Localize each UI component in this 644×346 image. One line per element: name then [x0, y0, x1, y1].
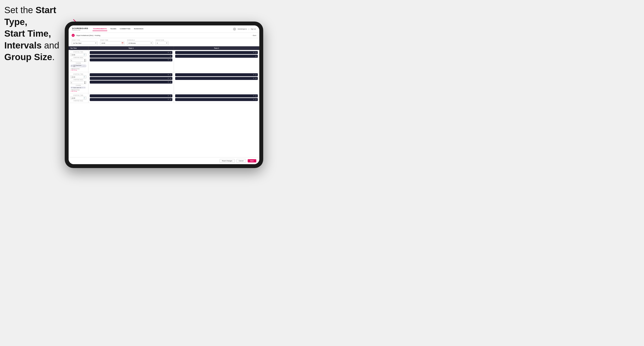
table-footer: Reset Changes Cancel Save	[68, 157, 259, 164]
player-add-btn[interactable]: ⊕	[255, 52, 257, 54]
player-remove-btn[interactable]: ✕	[168, 95, 169, 97]
player-row: ✕ ⊕	[175, 77, 258, 80]
player-remove-btn[interactable]: ✕	[168, 52, 169, 53]
player-add-btn[interactable]: ⊕	[255, 78, 257, 79]
back-link[interactable]: ‹ Back	[252, 35, 256, 36]
tee-time-cell-1: STARTING TIME: 10:00 🕙 STARTING HOLE: 1 …	[68, 50, 88, 72]
player-remove-btn[interactable]: ✕	[168, 74, 169, 76]
team2-cell-1: ✕ ⊕ ⊕	[174, 50, 259, 72]
course-remove-1[interactable]: ✕	[83, 65, 84, 67]
instruction-text: Set the Start Type, Start Time, Interval…	[4, 4, 73, 63]
group-size-label: Group Size	[156, 39, 168, 41]
player-remove-btn[interactable]: ✕	[253, 95, 254, 97]
player-add-btn[interactable]: ⊕	[255, 55, 257, 57]
nav-tabs: TOURNAMENTS TEAMS COMMITTEE RANKINGS	[92, 27, 233, 31]
table-header: Tee Time Team 1 Team 2	[68, 46, 259, 50]
starting-time-input-3[interactable]: 10:20 🕙	[70, 97, 86, 100]
starting-time-input-2[interactable]: 10:10 🕙	[70, 75, 86, 78]
player-add-btn[interactable]: ⊕	[170, 81, 171, 83]
course-pill-2: 🏳 East Lake GC ✕ ✎	[70, 87, 86, 89]
player-row: ✕ ⊕	[175, 51, 258, 54]
course-edit-1[interactable]: ✎	[84, 65, 86, 67]
player-add-btn[interactable]: ⊕	[255, 95, 257, 97]
team1-cell-2: ✕ ⊕ ✕ ⊕ ✕ ⊕	[88, 72, 174, 93]
player-remove-btn[interactable]: ✕	[253, 52, 254, 53]
group-size-select[interactable]: 3	[156, 41, 168, 45]
player-remove-btn[interactable]: ✕	[168, 78, 169, 79]
logo-sub: Powered by clipp	[72, 29, 88, 31]
tablet-screen: SCOREBOARD Powered by clipp TOURNAMENTS …	[68, 25, 259, 164]
player-add-btn[interactable]: ⊕	[170, 74, 171, 76]
player-row: ✕ ⊕	[90, 94, 172, 97]
start-type-select[interactable]: 1st Tee Start	[72, 41, 98, 45]
table-container: Tee Time Team 1 Team 2 STARTING TIME: 10…	[68, 46, 259, 157]
nav-tab-teams[interactable]: TEAMS	[110, 27, 117, 31]
nav-bar: SCOREBOARD Powered by clipp TOURNAMENTS …	[68, 25, 259, 33]
player-add-btn[interactable]: ⊕	[255, 74, 257, 76]
nav-tab-committee[interactable]: COMMITTEE	[119, 27, 131, 31]
starting-hole-select-1[interactable]: 1 ▲▼	[70, 59, 86, 62]
course-pill-1: 🏳 (A) Peachtree GC ✕ ✎	[70, 64, 86, 67]
player-remove-btn[interactable]: ✕	[253, 78, 254, 79]
course-flag-1: 🏳	[72, 65, 73, 67]
tee-time-cell-3: STARTING TIME: 10:20 🕙 STARTING HOLE:	[68, 93, 88, 103]
player-row: ⊕	[175, 55, 258, 58]
player-row: ⊕	[90, 55, 172, 58]
player-add-btn[interactable]: ⊕	[170, 55, 171, 57]
th-team2: Team 2	[174, 46, 259, 50]
start-type-label: Start Type	[72, 39, 98, 41]
starting-hole-label-3: STARTING HOLE:	[70, 100, 86, 101]
intervals-select[interactable]: 10 Minutes	[127, 41, 153, 45]
player-remove-btn[interactable]: ✕	[168, 99, 169, 100]
player-row: ✕ ⊕	[175, 73, 258, 76]
team1-cell-3: ✕ ⊕ ✕ ⊕	[88, 93, 174, 103]
player-add-btn[interactable]: ⊕	[170, 59, 171, 61]
player-row: ✕ ⊕	[175, 98, 258, 101]
th-team1: Team 1	[88, 46, 174, 50]
player-add-btn[interactable]: ⊕	[255, 99, 257, 101]
sign-out-link[interactable]: Sign out	[251, 28, 256, 30]
starting-hole-select-2[interactable]: 1 ▲▼	[70, 81, 86, 84]
course-remove-2[interactable]: ✕	[82, 87, 83, 88]
table-row: STARTING TIME: 10:10 🕙 STARTING HOLE: 1 …	[68, 72, 259, 93]
course-label-2: COURSE:	[70, 85, 86, 86]
add-group-btn-1[interactable]: + Add Group	[70, 69, 86, 71]
settings-bar: Start Type 1st Tee Start Start Time ⏰ In…	[68, 38, 259, 46]
player-add-btn[interactable]: ⊕	[170, 78, 171, 79]
group-size-field: Group Size 3	[156, 39, 168, 45]
intervals-field: Intervals 10 Minutes	[127, 39, 153, 45]
cancel-button[interactable]: Cancel	[236, 159, 246, 163]
course-edit-2[interactable]: ✎	[84, 87, 85, 88]
save-button[interactable]: Save	[248, 159, 256, 163]
player-add-btn[interactable]: ⊕	[170, 95, 171, 97]
start-type-field: Start Type 1st Tee Start	[72, 39, 98, 45]
clock-icon: ⏰	[122, 42, 124, 44]
player-add-btn[interactable]: ⊕	[170, 52, 171, 54]
player-row: ✕ ⊕	[90, 51, 172, 54]
start-time-input[interactable]	[100, 41, 124, 45]
player-row: ✕ ⊕	[90, 81, 172, 84]
team2-cell-2: ✕ ⊕ ✕ ⊕	[174, 72, 259, 93]
start-time-field: Start Time ⏰	[100, 39, 124, 45]
nav-logo: SCOREBOARD Powered by clipp	[72, 27, 88, 31]
player-row: ✕ ⊕	[90, 58, 172, 61]
start-time-input-wrap: ⏰	[100, 41, 124, 45]
add-group-btn-2[interactable]: + Add Group	[70, 90, 86, 92]
user-email: blair@clippd.io	[238, 28, 247, 30]
team2-cell-3: ✕ ⊕ ✕ ⊕	[174, 93, 259, 103]
start-time-label: Start Time	[100, 39, 124, 41]
intervals-label: Intervals	[127, 39, 153, 41]
player-add-btn[interactable]: ⊕	[170, 99, 171, 101]
player-row: ✕ ⊕	[90, 77, 172, 80]
player-remove-btn[interactable]: ✕	[253, 99, 254, 100]
starting-time-input-1[interactable]: 10:00 🕙	[70, 53, 86, 56]
nav-tab-rankings[interactable]: RANKINGS	[134, 27, 144, 31]
starting-time-label-3: STARTING TIME:	[70, 95, 86, 96]
nav-tab-tournaments[interactable]: TOURNAMENTS	[92, 27, 107, 31]
reset-changes-button[interactable]: Reset Changes	[220, 159, 235, 163]
starting-hole-label-2: STARTING HOLE:	[70, 79, 86, 80]
course-label-1: COURSE:	[70, 62, 86, 64]
player-remove-btn[interactable]: ✕	[168, 81, 169, 83]
player-remove-btn[interactable]: ✕	[168, 59, 169, 61]
player-remove-btn[interactable]: ✕	[253, 74, 254, 76]
